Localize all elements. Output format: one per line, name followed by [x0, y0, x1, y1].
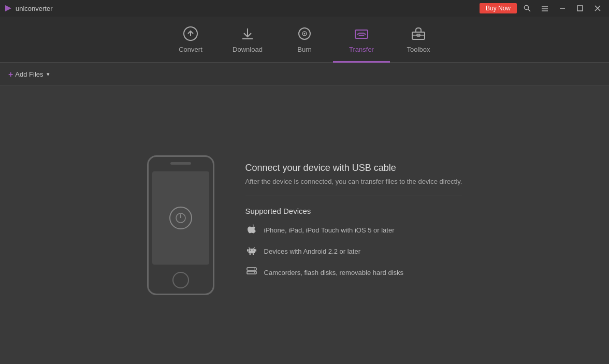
storage-icon: [245, 266, 258, 279]
convert-icon: [183, 26, 198, 43]
svg-rect-26: [247, 249, 248, 252]
maximize-button[interactable]: [573, 3, 587, 14]
svg-marker-0: [5, 5, 11, 11]
divider: [245, 196, 462, 196]
device-item-apple: iPhone, iPad, iPod Touch with iOS 5 or l…: [245, 224, 462, 237]
device-label-apple: iPhone, iPad, iPod Touch with iOS 5 or l…: [264, 226, 395, 234]
supported-devices-title: Supported Devices: [245, 207, 462, 215]
nav-item-download[interactable]: Download: [219, 16, 276, 63]
svg-rect-22: [249, 253, 251, 255]
nav-item-convert[interactable]: Convert: [162, 16, 219, 63]
device-label-storage: Camcorders, flash disks, removable hard …: [264, 269, 404, 276]
add-files-label: Add Files: [15, 70, 43, 78]
nav-label-download: Download: [233, 46, 263, 53]
phone-power-icon: [169, 207, 192, 229]
svg-point-14: [304, 33, 306, 34]
svg-point-1: [525, 6, 529, 10]
minimize-button[interactable]: [555, 3, 570, 14]
phone-outer: [147, 155, 214, 295]
buy-now-button[interactable]: Buy Now: [480, 3, 517, 13]
nav-item-transfer[interactable]: Transfer: [333, 16, 390, 63]
device-item-storage: Camcorders, flash disks, removable hard …: [245, 266, 462, 279]
nav-label-transfer: Transfer: [349, 46, 374, 53]
svg-rect-16: [412, 32, 425, 39]
action-bar: + Add Files ▾: [0, 63, 609, 86]
info-panel: Connect your device with USB cable After…: [245, 163, 462, 287]
device-label-android: Devices with Android 2.2 or later: [264, 247, 360, 255]
svg-point-31: [254, 272, 255, 273]
burn-icon: [297, 26, 312, 43]
download-icon: [240, 26, 255, 43]
connect-title: Connect your device with USB cable: [245, 163, 462, 173]
add-files-dropdown-arrow[interactable]: ▾: [47, 71, 50, 78]
add-files-button[interactable]: + Add Files ▾: [8, 70, 50, 79]
svg-point-24: [250, 250, 251, 251]
svg-rect-7: [577, 6, 583, 11]
close-button[interactable]: [590, 3, 605, 14]
toolbox-icon: [411, 26, 426, 43]
app-name: uniconverter: [16, 5, 53, 12]
search-icon[interactable]: [520, 3, 534, 14]
apple-icon: [245, 224, 258, 237]
svg-point-30: [254, 269, 255, 270]
nav-label-toolbox: Toolbox: [407, 46, 430, 53]
titlebar-left: uniconverter: [4, 4, 53, 12]
phone-home-button: [172, 272, 189, 288]
phone-screen: [152, 171, 209, 265]
main-content: Connect your device with USB cable After…: [0, 86, 609, 364]
transfer-icon: [354, 26, 369, 43]
app-logo-icon: [4, 4, 12, 12]
nav-item-toolbox[interactable]: Toolbox: [390, 16, 447, 63]
nav-item-burn[interactable]: Burn: [276, 16, 333, 63]
svg-rect-27: [255, 249, 256, 252]
titlebar: uniconverter Buy Now: [0, 0, 609, 17]
svg-line-2: [528, 9, 530, 11]
android-icon: [245, 245, 258, 258]
titlebar-right: Buy Now: [480, 3, 605, 14]
add-files-plus-icon: +: [8, 70, 13, 79]
phone-illustration: [147, 155, 214, 295]
toolbar: Convert Download Burn: [0, 17, 609, 63]
device-item-android: Devices with Android 2.2 or later: [245, 245, 462, 258]
svg-rect-23: [252, 253, 254, 255]
svg-point-25: [252, 250, 253, 251]
nav-label-convert: Convert: [179, 46, 202, 53]
nav-label-burn: Burn: [297, 46, 311, 53]
phone-speaker: [170, 162, 191, 165]
svg-rect-21: [248, 249, 255, 253]
connect-desc: After the device is connected, you can t…: [245, 178, 462, 185]
menu-icon[interactable]: [538, 3, 552, 14]
